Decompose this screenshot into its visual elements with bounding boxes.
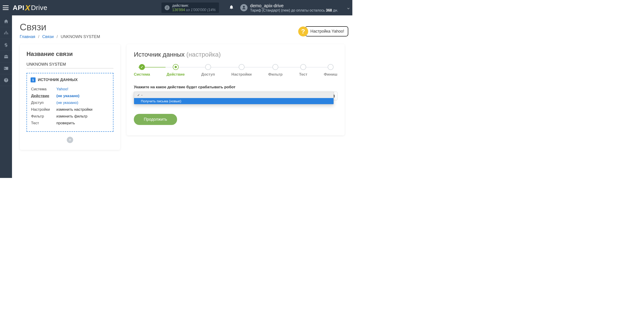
logo[interactable]: APIXDrive	[13, 4, 47, 12]
value-system[interactable]: Yahoo!	[56, 87, 68, 91]
row-action: Действие (не указано)	[31, 93, 109, 99]
value-settings: изменить настройки	[56, 106, 109, 113]
settings-table: Система Yahoo! Действие (не указано) Дос…	[30, 86, 109, 127]
action-dropdown: - Получить письма (новые)	[134, 92, 334, 104]
step-access[interactable]: Доступ	[201, 64, 215, 77]
dropdown-option-blank[interactable]: -	[134, 92, 334, 98]
step-test[interactable]: Тест	[299, 64, 308, 77]
step-number-badge: 1	[30, 78, 36, 82]
breadcrumb: Главная / Связи / UNKNOWN SYSTEM	[20, 34, 345, 39]
help-icon: ?	[298, 26, 308, 36]
label-test: Тест	[31, 120, 56, 126]
row-system: Система Yahoo!	[31, 86, 109, 92]
sidebar-card-icon[interactable]	[0, 62, 12, 74]
step-filter[interactable]: Фильтр	[268, 64, 282, 77]
value-filter: изменить фильтр	[56, 113, 109, 120]
step-settings[interactable]: Настройки	[232, 64, 252, 77]
connection-name-input[interactable]	[26, 61, 114, 68]
main: Связи Главная / Связи / UNKNOWN SYSTEM ?…	[12, 16, 352, 178]
actions-total: 1'000'000	[191, 8, 206, 12]
continue-button[interactable]: Продолжить	[134, 114, 177, 125]
breadcrumb-links[interactable]: Связи	[42, 34, 54, 39]
label-action: Действие	[31, 93, 56, 99]
username: demo_apix-drive	[250, 3, 338, 8]
card-data-source-setup: Источник данных (настройка) Система Дейс…	[126, 44, 345, 136]
user-menu[interactable]: demo_apix-drive Тариф |Стандарт| (new) д…	[240, 3, 338, 12]
data-source-heading: Источник данных (настройка)	[134, 51, 338, 58]
connection-name-heading: Название связи	[26, 50, 114, 58]
sidebar	[0, 16, 12, 178]
breadcrumb-home[interactable]: Главная	[20, 34, 35, 39]
step-action[interactable]: Действие	[166, 64, 184, 77]
row-test: Тест проверить	[31, 120, 109, 126]
data-source-header: 1 ИСТОЧНИК ДАННЫХ	[30, 78, 109, 82]
plan-text: Тариф |Стандарт| (new) до оплаты осталос…	[250, 8, 338, 12]
sidebar-home-icon[interactable]	[0, 16, 12, 27]
topbar: APIXDrive i действия: 136'994 из 1'000'0…	[0, 0, 352, 16]
data-source-box: 1 ИСТОЧНИК ДАННЫХ Система Yahoo! Действи…	[26, 73, 114, 132]
info-icon: i	[164, 5, 170, 10]
step-finish[interactable]: Финиш	[324, 64, 338, 77]
actions-label: действия:	[172, 4, 216, 8]
action-field-label: Укажите на какое действие будет срабатыв…	[134, 85, 338, 90]
value-test: проверить	[56, 120, 109, 126]
sidebar-briefcase-icon[interactable]	[0, 51, 12, 62]
bell-icon[interactable]	[229, 4, 234, 11]
actions-of: из	[186, 8, 190, 12]
card-connection-name: Название связи 1 ИСТОЧНИК ДАННЫХ Система…	[20, 44, 120, 150]
actions-text: действия: 136'994 из 1'000'000 (14%	[172, 4, 216, 12]
actions-value: 136'994	[172, 8, 185, 12]
chevron-down-icon[interactable]: ⌵	[338, 5, 350, 10]
label-settings: Настройки	[31, 106, 56, 113]
actions-tail: (14%	[207, 8, 216, 12]
hamburger-icon[interactable]	[3, 6, 8, 10]
avatar-icon	[240, 4, 248, 11]
label-access: Доступ	[31, 100, 56, 106]
help-text: Настройка Yahoo!	[305, 26, 348, 36]
stepper: Система Действие Доступ Настройки Фильтр…	[134, 64, 338, 77]
data-source-title: ИСТОЧНИК ДАННЫХ	[38, 78, 78, 82]
value-access[interactable]: (не указано)	[56, 100, 78, 105]
row-settings: Настройки изменить настройки	[31, 106, 109, 113]
label-filter: Фильтр	[31, 113, 56, 120]
value-action[interactable]: (не указано)	[56, 94, 80, 98]
row-access: Доступ (не указано)	[31, 100, 109, 106]
page-title: Связи	[20, 22, 345, 32]
actions-counter[interactable]: i действия: 136'994 из 1'000'000 (14%	[162, 2, 219, 13]
step-system[interactable]: Система	[134, 64, 150, 77]
heading-main: Источник данных	[134, 51, 186, 58]
action-select-wrap: ▲▼ - Получить письма (новые)	[134, 92, 338, 100]
add-destination-button[interactable]: +	[67, 137, 73, 143]
sidebar-help-icon[interactable]	[0, 74, 12, 86]
sidebar-links-icon[interactable]	[0, 27, 12, 39]
heading-sub: (настройка)	[186, 51, 221, 58]
row-filter: Фильтр изменить фильтр	[31, 113, 109, 120]
user-text: demo_apix-drive Тариф |Стандарт| (new) д…	[250, 3, 338, 12]
sidebar-dollar-icon[interactable]	[0, 39, 12, 51]
help-pill[interactable]: ? Настройка Yahoo!	[298, 26, 348, 36]
label-system: Система	[31, 86, 56, 92]
breadcrumb-current: UNKNOWN SYSTEM	[61, 34, 100, 39]
dropdown-option-get-new-emails[interactable]: Получить письма (новые)	[134, 98, 334, 104]
